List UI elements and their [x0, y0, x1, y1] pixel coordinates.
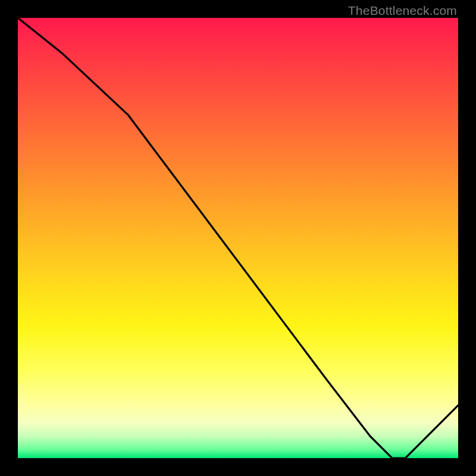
- bottleneck-curve: [18, 18, 458, 458]
- attribution-label: TheBottleneck.com: [348, 4, 457, 18]
- line-overlay: [18, 18, 458, 458]
- plot-area: [18, 18, 458, 458]
- chart-frame: TheBottleneck.com: [0, 0, 476, 476]
